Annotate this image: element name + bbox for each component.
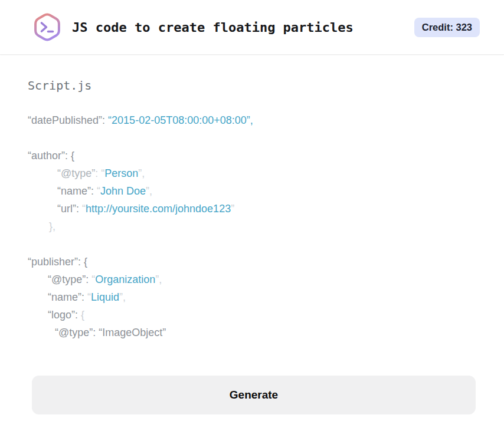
code-token-key: “@type”: xyxy=(48,274,91,285)
code-line: “datePublished”: “2015-02-05T08:00:00+08… xyxy=(28,111,476,129)
code-token-value: Person xyxy=(104,167,138,179)
header: JS code to create floating particles Cre… xyxy=(0,0,504,55)
code-token-key: “@type”: “ImageObject” xyxy=(55,327,166,338)
code-token-key: “logo”: xyxy=(48,309,81,321)
code-line: “@type”: “Person”, xyxy=(28,164,476,182)
filename-label: Script.js xyxy=(28,78,476,93)
code-line: “@type”: “Organization”, xyxy=(28,271,476,288)
code-token-value: Organization xyxy=(95,274,155,285)
code-token-faded: }, xyxy=(49,220,55,232)
code-line: “author”: { xyxy=(28,147,476,164)
code-line: }, xyxy=(28,218,476,235)
code-token-faded: { xyxy=(81,309,84,321)
code-line xyxy=(28,129,476,147)
code-token-value: http://yoursite.com/johndoe123 xyxy=(86,203,231,215)
code-block: “datePublished”: “2015-02-05T08:00:00+08… xyxy=(28,111,476,341)
code-token-key: “author”: { xyxy=(28,150,74,162)
code-token-value: Liquid xyxy=(91,291,119,303)
code-token-key: “publisher”: { xyxy=(28,256,87,268)
code-token-faded: ”, xyxy=(155,274,162,285)
code-line xyxy=(28,235,476,253)
code-token-value: “2015-02-05T08:00:00+08:00”, xyxy=(108,114,253,126)
code-token-value: John Doe xyxy=(100,185,146,197)
code-line: “name”: “Liquid”, xyxy=(28,288,476,306)
code-token-key: “url”: xyxy=(57,203,82,215)
credit-badge: Credit: 323 xyxy=(414,18,480,37)
content-area: Script.js “datePublished”: “2015-02-05T0… xyxy=(0,55,504,414)
app-window: JS code to create floating particles Cre… xyxy=(0,0,504,414)
code-line: “name”: “John Doe”, xyxy=(28,182,476,200)
code-token-key: “name”: xyxy=(57,185,97,197)
code-line: “logo”: { xyxy=(28,306,476,324)
code-token-faded: : xyxy=(95,167,101,179)
code-token-key: “datePublished”: xyxy=(28,114,108,126)
code-token-fadedmid: “@type” xyxy=(57,167,95,179)
code-token-faded: ”, xyxy=(119,291,126,303)
code-token-faded: ”, xyxy=(138,167,145,179)
code-token-faded: ”, xyxy=(146,185,152,197)
generate-button[interactable]: Generate xyxy=(32,376,476,414)
code-line: “publisher”: { xyxy=(28,253,476,271)
code-token-key: “name”: xyxy=(48,291,87,303)
page-title: JS code to create floating particles xyxy=(72,20,354,35)
terminal-prompt-hexagon-icon xyxy=(32,11,62,43)
code-line: “@type”: “ImageObject” xyxy=(28,324,476,341)
code-line: “url”: “http://yoursite.com/johndoe123” xyxy=(28,200,476,218)
code-token-faded: ” xyxy=(231,203,234,215)
